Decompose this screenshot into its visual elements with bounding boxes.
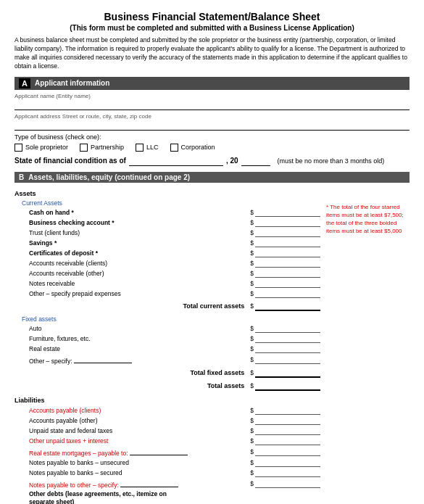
other-unpaid-label: Other unpaid taxes + interest — [29, 437, 250, 445]
state-date-field[interactable] — [129, 156, 223, 166]
other-prepaid-field[interactable] — [255, 289, 320, 298]
certificates-label: Certificates of deposit * — [29, 249, 250, 257]
partnership-option[interactable]: Partnership — [80, 144, 124, 152]
sole-proprietor-option[interactable]: Sole proprietor — [14, 144, 68, 152]
furniture-label: Furniture, fixtures, etc. — [29, 335, 250, 342]
applicant-name-label: Applicant name (Entity name) — [14, 93, 410, 99]
notes-secured-row: Notes payable to banks – secured $ — [14, 468, 320, 477]
notes-secured-field[interactable] — [255, 468, 320, 477]
other-fixed-field[interactable] — [255, 355, 320, 364]
unpaid-taxes-label: Unpaid state and federal taxes — [29, 427, 250, 434]
trust-label: Trust (client funds) — [29, 229, 250, 236]
auto-field[interactable] — [255, 324, 320, 333]
page-title: Business Financial Statement/Balance She… — [14, 11, 410, 22]
fixed-assets-subtitle: Fixed assets — [14, 315, 320, 323]
sole-proprietor-checkbox[interactable] — [14, 144, 22, 152]
real-estate-label: Real estate — [29, 345, 250, 352]
trust-field[interactable] — [255, 228, 320, 237]
unpaid-taxes-field[interactable] — [255, 426, 320, 435]
total-fixed-assets-row: Total fixed assets $ — [14, 368, 320, 378]
cash-on-hand-label: Cash on hand * — [29, 209, 250, 216]
business-type-row: Sole proprietor Partnership LLC Corporat… — [14, 144, 410, 152]
ap-other-field[interactable] — [255, 416, 320, 425]
cash-on-hand-field[interactable] — [255, 208, 320, 217]
notes-unsecured-row: Notes payable to banks – unsecured $ — [14, 458, 320, 467]
other-fixed-label: Other – specify: — [29, 355, 250, 365]
total-assets-field[interactable] — [255, 381, 320, 391]
notes-other-field[interactable] — [255, 479, 320, 488]
partnership-checkbox[interactable] — [80, 144, 88, 152]
mortgages-field[interactable] — [255, 447, 320, 456]
notes-other-row: Notes payable to other – specify: $ — [14, 479, 320, 489]
state-year-field[interactable] — [241, 156, 270, 166]
liabilities-title: Liabilities — [14, 397, 320, 404]
intro-text: A business balance sheet must be complet… — [14, 36, 410, 71]
notes-unsecured-label: Notes payable to banks – unsecured — [29, 459, 250, 466]
applicant-address-field[interactable] — [14, 120, 410, 131]
llc-checkbox[interactable] — [136, 144, 144, 152]
trust-row: Trust (client funds) $ — [14, 228, 320, 237]
furniture-field[interactable] — [255, 334, 320, 343]
ap-clients-label: Accounts payable (clients) — [29, 407, 250, 414]
type-label: Type of business (check one): — [14, 133, 410, 141]
ar-other-field[interactable] — [255, 269, 320, 278]
business-checking-label: Business checking account * — [29, 219, 250, 226]
cash-on-hand-row: Cash on hand * $ — [14, 208, 320, 217]
notes-receivable-row: Notes receivable $ — [14, 279, 320, 288]
section-a-title: Applicant information — [35, 79, 109, 87]
savings-row: Savings * $ — [14, 239, 320, 247]
certificates-row: Certificates of deposit * $ — [14, 249, 320, 257]
other-prepaid-label: Other – specify prepaid expenses — [29, 290, 250, 297]
current-assets-subtitle: Current Assets — [14, 199, 320, 207]
partnership-label: Partnership — [91, 144, 124, 151]
ap-clients-row: Accounts payable (clients) $ — [14, 406, 320, 415]
corporation-checkbox[interactable] — [170, 144, 178, 152]
state-comma: , 20 — [226, 157, 238, 165]
savings-field[interactable] — [255, 239, 320, 247]
other-unpaid-field[interactable] — [255, 437, 320, 445]
notes-receivable-field[interactable] — [255, 279, 320, 288]
ap-clients-field[interactable] — [255, 406, 320, 415]
llc-option[interactable]: LLC — [136, 144, 159, 152]
unpaid-taxes-row: Unpaid state and federal taxes $ — [14, 426, 320, 435]
applicant-name-field[interactable] — [14, 100, 410, 110]
corporation-option[interactable]: Corporation — [170, 144, 215, 152]
total-fixed-assets-label: Total fixed assets — [190, 369, 244, 376]
section-a-header: A Applicant information — [14, 77, 410, 90]
page-subtitle: (This form must be completed and submitt… — [14, 24, 410, 32]
other-fixed-row: Other – specify: $ — [14, 355, 320, 365]
section-b-header: B Assets, liabilities, equity (continued… — [14, 172, 410, 183]
section-a-letter: A — [19, 78, 30, 88]
certificates-field[interactable] — [255, 249, 320, 257]
business-checking-row: Business checking account * $ — [14, 218, 320, 227]
savings-label: Savings * — [29, 239, 250, 247]
ap-other-row: Accounts payable (other) $ — [14, 416, 320, 425]
applicant-address-block: Applicant address Street or route, city,… — [14, 113, 410, 131]
notes-other-label: Notes payable to other – specify: — [29, 479, 250, 489]
ar-other-row: Accounts receivable (other) $ — [14, 269, 320, 278]
real-estate-field[interactable] — [255, 344, 320, 353]
other-debts-row: Other debts (lease agreements, etc., ite… — [14, 490, 320, 504]
total-fixed-assets-field[interactable] — [255, 368, 320, 378]
section-b-title: Assets, liabilities, equity (continued o… — [28, 173, 190, 181]
applicant-address-label: Applicant address Street or route, city,… — [14, 113, 410, 120]
assets-note: * The total of the four starred items mu… — [326, 203, 410, 504]
notes-unsecured-field[interactable] — [255, 458, 320, 467]
assets-title: Assets — [14, 190, 320, 197]
furniture-row: Furniture, fixtures, etc. $ — [14, 334, 320, 343]
notes-secured-label: Notes payable to banks – secured — [29, 469, 250, 476]
other-debts-label: Other debts (lease agreements, etc., ite… — [29, 490, 252, 504]
ar-clients-field[interactable] — [255, 259, 320, 268]
total-current-assets-field[interactable] — [255, 301, 320, 311]
state-prefix: State of financial condition as of — [14, 157, 126, 165]
auto-label: Auto — [29, 325, 250, 332]
other-prepaid-row: Other – specify prepaid expenses $ — [14, 289, 320, 298]
total-assets-row: Total assets $ — [14, 381, 320, 391]
state-suffix: (must be no more than 3 months old) — [278, 157, 385, 165]
auto-row: Auto $ — [14, 324, 320, 333]
ar-clients-row: Accounts receivable (clients) $ — [14, 259, 320, 268]
real-estate-row: Real estate $ — [14, 344, 320, 353]
ar-other-label: Accounts receivable (other) — [29, 270, 250, 277]
llc-label: LLC — [146, 144, 159, 151]
business-checking-field[interactable] — [255, 218, 320, 227]
